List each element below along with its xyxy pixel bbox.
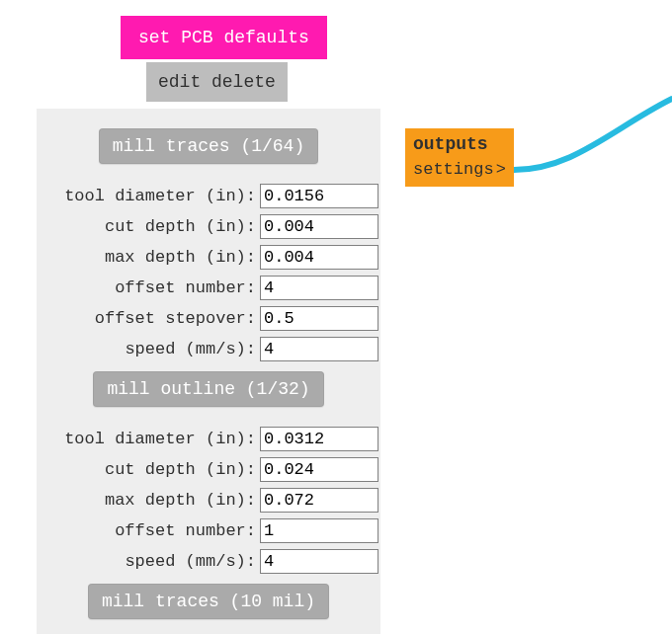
tool-diameter-input[interactable] — [260, 184, 378, 208]
field-label: speed (mm/s): — [37, 552, 260, 571]
field-label: cut depth (in): — [37, 460, 260, 479]
module-title[interactable]: set PCB defaults — [121, 16, 327, 59]
field-label: offset stepover: — [37, 309, 260, 328]
edit-delete-bar[interactable]: edit delete — [146, 62, 288, 102]
field-row: max depth (in): — [37, 485, 380, 515]
outputs-settings-row[interactable]: settings > — [405, 158, 514, 181]
field-label: tool diameter (in): — [37, 187, 260, 205]
outputs-box[interactable]: outputs settings > — [405, 128, 514, 187]
field-row: tool diameter (in): — [37, 424, 380, 453]
field-row: cut depth (in): — [37, 211, 380, 241]
field-row: tool diameter (in): — [37, 181, 380, 210]
speed-input[interactable] — [260, 337, 378, 361]
field-label: offset number: — [37, 521, 260, 540]
max-depth-input[interactable] — [260, 245, 378, 270]
cut-depth-input[interactable] — [260, 214, 378, 239]
field-row: offset stepover: — [37, 303, 380, 333]
field-row: speed (mm/s): — [37, 334, 380, 363]
outputs-header: outputs — [405, 132, 514, 158]
tool-diameter-input[interactable] — [260, 427, 378, 451]
mill-outline-1-32-button[interactable]: mill outline (1/32) — [93, 371, 323, 407]
field-label: max depth (in): — [37, 248, 260, 267]
field-label: offset number: — [37, 278, 260, 297]
cut-depth-input[interactable] — [260, 457, 378, 482]
offset-number-input[interactable] — [260, 276, 378, 300]
field-label: speed (mm/s): — [37, 340, 260, 358]
field-row: max depth (in): — [37, 242, 380, 272]
settings-panel: mill traces (1/64) tool diameter (in): c… — [37, 109, 380, 634]
chevron-right-icon: > — [496, 160, 506, 179]
mill-traces-1-64-button[interactable]: mill traces (1/64) — [99, 128, 318, 164]
field-label: cut depth (in): — [37, 217, 260, 236]
offset-number-input[interactable] — [260, 518, 378, 543]
field-row: offset number: — [37, 515, 380, 545]
field-row: speed (mm/s): — [37, 546, 380, 576]
settings-label: settings — [413, 160, 494, 179]
field-label: tool diameter (in): — [37, 430, 260, 448]
mill-traces-10mil-button[interactable]: mill traces (10 mil) — [88, 584, 329, 619]
field-label: max depth (in): — [37, 491, 260, 510]
field-row: cut depth (in): — [37, 454, 380, 484]
max-depth-input[interactable] — [260, 488, 378, 513]
offset-stepover-input[interactable] — [260, 306, 378, 331]
field-row: offset number: — [37, 273, 380, 302]
speed-input[interactable] — [260, 549, 378, 574]
